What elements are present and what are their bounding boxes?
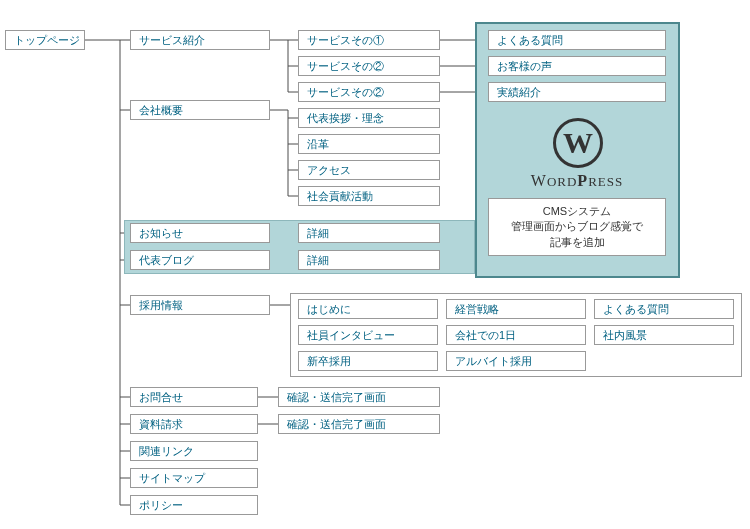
node-news: お知らせ [130, 223, 270, 243]
node-service-3: サービスその② [298, 82, 440, 102]
label: 沿革 [307, 139, 329, 150]
node-contact-confirm: 確認・送信完了画面 [278, 387, 440, 407]
node-company-access: アクセス [298, 160, 440, 180]
node-company-csr: 社会貢献活動 [298, 186, 440, 206]
node-company-history: 沿革 [298, 134, 440, 154]
label: 社内風景 [603, 330, 647, 341]
label: サービスその② [307, 87, 384, 98]
node-service-1: サービスその① [298, 30, 440, 50]
note-line-2: 管理画面からブログ感覚で [511, 219, 643, 234]
label: アクセス [307, 165, 351, 176]
label: 代表ブログ [139, 255, 194, 266]
node-blog: 代表ブログ [130, 250, 270, 270]
node-recruit-newgrad: 新卒採用 [298, 351, 438, 371]
wordpress-logo-icon: W [553, 118, 603, 168]
label: サービス紹介 [139, 35, 205, 46]
label: トップページ [14, 35, 80, 46]
label: お知らせ [139, 228, 183, 239]
node-company: 会社概要 [130, 100, 270, 120]
label: 新卒採用 [307, 356, 351, 367]
note-line-3: 記事を追加 [511, 235, 643, 250]
node-blog-detail: 詳細 [298, 250, 440, 270]
node-policy: ポリシー [130, 495, 258, 515]
label: サイトマップ [139, 473, 205, 484]
label: サービスその② [307, 61, 384, 72]
label: ポリシー [139, 500, 183, 511]
label: よくある質問 [603, 304, 669, 315]
label: はじめに [307, 304, 351, 315]
node-wp-works: 実績紹介 [488, 82, 666, 102]
label: お問合せ [139, 392, 183, 403]
node-request-confirm: 確認・送信完了画面 [278, 414, 440, 434]
label: 会社概要 [139, 105, 183, 116]
wordpress-wordmark: WordPress WORDPRESS [488, 172, 666, 190]
label: アルバイト採用 [455, 356, 532, 367]
label: 経営戦略 [455, 304, 499, 315]
wordpress-note: CMSシステム 管理画面からブログ感覚で 記事を追加 [488, 198, 666, 256]
node-recruit-faq: よくある質問 [594, 299, 734, 319]
label: 資料請求 [139, 419, 183, 430]
wordpress-logo-letter: W [553, 118, 603, 168]
node-recruit-interview: 社員インタビュー [298, 325, 438, 345]
label: 詳細 [307, 255, 329, 266]
label: 会社での1日 [455, 330, 516, 341]
label: よくある質問 [497, 35, 563, 46]
node-sitemap: サイトマップ [130, 468, 258, 488]
node-company-greeting: 代表挨拶・理念 [298, 108, 440, 128]
label: 代表挨拶・理念 [307, 113, 384, 124]
label: 関連リンク [139, 446, 194, 457]
node-wp-voice: お客様の声 [488, 56, 666, 76]
label: 詳細 [307, 228, 329, 239]
node-contact: お問合せ [130, 387, 258, 407]
label: 社会貢献活動 [307, 191, 373, 202]
node-request: 資料請求 [130, 414, 258, 434]
sitemap-diagram: { "root": "トップページ", "level2": { "service… [0, 0, 750, 529]
label: 採用情報 [139, 300, 183, 311]
node-service-2: サービスその② [298, 56, 440, 76]
node-service: サービス紹介 [130, 30, 270, 50]
node-links: 関連リンク [130, 441, 258, 461]
node-recruit-intro: はじめに [298, 299, 438, 319]
label: 確認・送信完了画面 [287, 419, 386, 430]
node-news-detail: 詳細 [298, 223, 440, 243]
node-recruit-strategy: 経営戦略 [446, 299, 586, 319]
label: 実績紹介 [497, 87, 541, 98]
node-wp-faq: よくある質問 [488, 30, 666, 50]
node-recruit-scenery: 社内風景 [594, 325, 734, 345]
label: お客様の声 [497, 61, 552, 72]
node-recruit: 採用情報 [130, 295, 270, 315]
node-recruit-parttime: アルバイト採用 [446, 351, 586, 371]
note-line-1: CMSシステム [511, 204, 643, 219]
label: 確認・送信完了画面 [287, 392, 386, 403]
node-recruit-day: 会社での1日 [446, 325, 586, 345]
node-top-page: トップページ [5, 30, 85, 50]
label: サービスその① [307, 35, 384, 46]
label: 社員インタビュー [307, 330, 395, 341]
